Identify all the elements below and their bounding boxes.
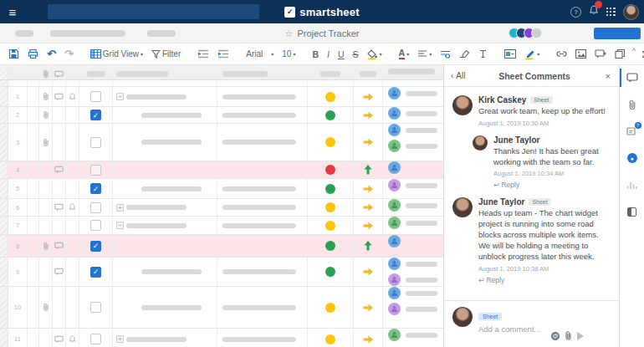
comment-input[interactable]: Add a comment... [478,324,540,334]
clear-format-button[interactable] [457,48,472,60]
column-header-pill[interactable] [320,71,340,77]
status-dot-yellow[interactable] [325,137,335,147]
font-family-select[interactable]: Arial▾ [244,48,275,60]
row-attachment-icon[interactable] [39,235,53,257]
trend-arrow-up[interactable] [354,161,383,178]
status-dot-yellow[interactable] [325,334,335,344]
assignee-avatar-blue[interactable] [388,235,401,247]
trend-arrow-right[interactable] [354,217,383,234]
row-checkbox[interactable]: ✓ [90,267,101,278]
bold-button[interactable]: B [310,48,320,61]
status-dot-green[interactable] [325,110,335,120]
collapse-icon[interactable]: − [116,93,124,100]
grid-row-4[interactable]: 4 [0,161,443,179]
merge-cells-button[interactable] [503,48,518,60]
wrap-text-button[interactable] [438,48,452,60]
trend-arrow-right[interactable] [354,179,383,198]
grid-row-2[interactable]: 2✓ [0,107,443,124]
send-comment-icon[interactable] [577,332,584,340]
row-checkbox[interactable]: ✓ [90,241,101,252]
fill-color-button[interactable]: ▾ [365,48,384,61]
trend-arrow-right[interactable] [354,87,383,106]
row-checkbox[interactable] [90,302,101,313]
row-comment-icon[interactable] [53,258,66,286]
underline-button[interactable]: U [336,48,346,61]
collapse-icon[interactable]: − [116,222,124,229]
strikethrough-button[interactable]: S [351,48,360,61]
row-checkbox[interactable] [90,202,101,213]
rail-summary-button[interactable] [620,204,644,219]
grid-row-9[interactable]: 9✓ [0,258,443,287]
rail-activity-button[interactable] [620,177,644,192]
row-checkbox[interactable] [90,334,101,344]
assignee-avatar-purple[interactable] [388,179,401,191]
italic-button[interactable]: I [325,48,331,61]
grid-row-1[interactable]: 1− [0,87,443,107]
row-checkbox[interactable]: ✓ [90,110,101,120]
assignee-avatar-green[interactable] [388,217,401,229]
grid-row-5[interactable]: 5✓ [0,179,443,199]
assignee-avatar-blue[interactable] [388,258,401,270]
insert-image-button[interactable] [574,48,588,60]
expand-icon[interactable]: + [116,335,124,343]
reply-link[interactable]: ↩ Reply [478,276,611,284]
row-checkbox[interactable] [90,91,101,102]
notifications-bell[interactable] [589,4,599,19]
comment-composer[interactable]: Sheet Add a comment... @ [444,300,619,347]
sum-button[interactable]: Σ▾ [640,48,644,61]
trend-arrow-right[interactable] [354,258,383,286]
assignee-avatar-blue[interactable] [388,287,401,299]
indent-button[interactable] [216,48,231,60]
trend-arrow-right[interactable] [354,199,383,216]
row-comment-icon[interactable] [53,87,66,106]
close-panel-icon[interactable]: × [604,71,612,81]
column-header-pill[interactable] [222,71,268,77]
assignee-avatar-blue[interactable] [388,161,401,174]
column-header-pill[interactable] [388,69,435,74]
link-button[interactable] [555,48,569,60]
attach-file-icon[interactable] [565,331,572,340]
row-attachment-icon[interactable] [39,87,53,106]
user-avatar[interactable] [623,4,639,20]
reply-link[interactable]: ↩ Reply [493,181,611,189]
status-dot-red[interactable] [325,165,335,175]
assignee-avatar-green[interactable] [388,329,401,341]
row-comment-icon[interactable] [53,329,66,347]
favorite-star-icon[interactable]: ☆ [285,28,294,39]
status-dot-yellow[interactable] [325,221,335,231]
rail-publish-button[interactable]: ● [620,151,644,166]
row-comment-icon[interactable] [53,235,66,257]
help-icon[interactable]: ? [570,7,581,18]
apps-launcher-icon[interactable] [606,8,616,17]
print-button[interactable] [26,47,40,61]
grid-row-10[interactable]: 10 [0,287,443,329]
highlight-pen-button[interactable]: ▾ [523,48,541,61]
grid-row-3[interactable]: 3 [0,124,443,161]
assignee-avatar-purple[interactable] [388,303,401,315]
row-reminder-icon[interactable] [66,87,79,106]
assignee-avatar-blue[interactable] [388,124,401,136]
trend-arrow-right[interactable] [354,329,383,347]
grid-row-11[interactable]: 11+ [0,329,443,347]
status-dot-yellow[interactable] [325,92,335,102]
status-dot-green[interactable] [325,241,335,251]
row-attachment-icon[interactable] [39,107,53,123]
trend-arrow-right[interactable] [354,287,383,328]
font-size-select[interactable]: 10▾ [280,48,297,60]
column-header-pill[interactable] [87,71,105,77]
undo-button[interactable]: ↶ [45,46,58,62]
row-checkbox[interactable] [90,165,101,176]
collapse-toolbar-button[interactable]: ^ [632,47,636,55]
status-dot-yellow[interactable] [325,202,335,212]
trend-arrow-right[interactable] [354,107,383,123]
view-switcher[interactable]: Grid View▾ [89,48,145,60]
align-button[interactable]: ▾ [416,48,433,60]
assignee-avatar-green[interactable] [388,199,401,212]
share-button[interactable] [594,28,641,39]
assignee-avatar-purple[interactable] [388,273,401,286]
column-header-pill[interactable] [360,71,376,77]
row-checkbox[interactable]: ✓ [90,183,101,194]
add-comment-button[interactable] [593,48,608,60]
mention-icon[interactable]: @ [551,332,560,340]
hamburger-menu-icon[interactable]: ≡ [0,5,25,19]
